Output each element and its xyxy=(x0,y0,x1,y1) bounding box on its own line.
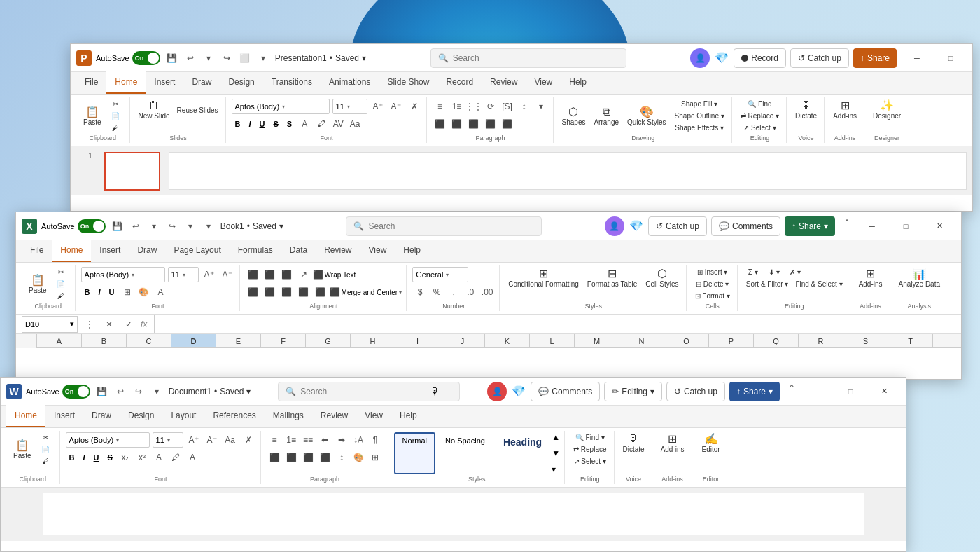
excel-col-g[interactable]: G xyxy=(306,334,351,347)
word-cut-btn[interactable]: ✂ xyxy=(36,432,55,443)
ppt-more-btn[interactable]: ▾ xyxy=(255,50,271,66)
word-line-spacing-btn[interactable]: ↕ xyxy=(334,450,349,465)
word-copy-btn[interactable]: 📄 xyxy=(36,444,55,455)
excel-col-s[interactable]: S xyxy=(844,334,888,347)
word-autosave-toggle[interactable]: On xyxy=(62,385,90,399)
ppt-bold-btn[interactable]: B xyxy=(232,118,244,130)
word-select-btn[interactable]: ↗ Select ▾ xyxy=(570,456,609,467)
excel-col-n[interactable]: N xyxy=(620,334,664,347)
excel-catchup-button[interactable]: ↺ Catch up xyxy=(648,216,707,236)
ppt-tab-home[interactable]: Home xyxy=(106,71,146,94)
excel-increase-decimal-btn[interactable]: .0 xyxy=(463,284,478,300)
excel-autosum-btn[interactable]: Σ ▾ xyxy=(743,267,763,277)
ppt-tab-slideshow[interactable]: Slide Show xyxy=(379,71,438,94)
word-tab-view[interactable]: View xyxy=(356,405,391,427)
word-italic-btn[interactable]: I xyxy=(80,452,89,463)
excel-find-select-btn[interactable]: Find & Select ▾ xyxy=(792,279,845,289)
ppt-undo-arrow[interactable]: ▾ xyxy=(201,50,216,66)
excel-orientation-btn[interactable]: ↗ xyxy=(296,267,312,282)
word-tab-draw[interactable]: Draw xyxy=(83,405,120,427)
ppt-cols-btn[interactable]: ⬛ xyxy=(500,116,515,132)
word-close-btn[interactable]: ✕ xyxy=(868,380,900,403)
excel-delete-btn[interactable]: ⊟ Delete ▾ xyxy=(692,279,733,289)
excel-col-d[interactable]: D xyxy=(172,334,216,347)
word-mic-icon[interactable]: 🎙 xyxy=(430,386,440,397)
excel-col-f[interactable]: F xyxy=(261,334,306,347)
excel-col-a[interactable]: A xyxy=(37,334,82,347)
word-dictate-btn[interactable]: 🎙 Dictate xyxy=(620,432,648,455)
ppt-select-btn[interactable]: ↗ Select ▾ xyxy=(738,123,782,133)
ppt-format-painter-btn[interactable]: 🖌 xyxy=(106,123,125,133)
ppt-shadow-btn[interactable]: S xyxy=(284,118,295,130)
excel-sort-filter-btn[interactable]: Sort & Filter ▾ xyxy=(743,279,792,289)
ppt-tab-record[interactable]: Record xyxy=(438,71,482,94)
word-decrease-font-btn[interactable]: A⁻ xyxy=(204,432,220,448)
word-strikethrough-btn[interactable]: S xyxy=(104,452,116,463)
excel-autosave-toggle[interactable]: On xyxy=(78,219,106,233)
ppt-clear-format-btn[interactable]: ✗ xyxy=(407,99,422,114)
word-change-case-btn[interactable]: Aa xyxy=(223,432,238,448)
ppt-reuse-slides-btn[interactable]: Reuse Slides xyxy=(174,105,221,116)
excel-align-left-btn[interactable]: ⬛ xyxy=(246,284,261,300)
excel-align-right-btn[interactable]: ⬛ xyxy=(279,284,295,300)
word-shading-btn[interactable]: 🎨 xyxy=(351,450,366,465)
excel-format-btn[interactable]: ⊡ Format ▾ xyxy=(692,291,733,301)
word-tab-help[interactable]: Help xyxy=(391,405,426,427)
excel-minimize-btn[interactable]: ─ xyxy=(856,215,888,237)
ppt-align-center-btn[interactable]: ⬛ xyxy=(449,116,465,132)
ppt-increase-font-btn[interactable]: A⁺ xyxy=(370,99,386,114)
ppt-find-btn[interactable]: 🔍 Find xyxy=(738,99,782,109)
ppt-maximize-btn[interactable]: □ xyxy=(934,47,967,69)
word-decrease-indent-btn[interactable]: ⬅ xyxy=(317,432,332,448)
excel-col-t[interactable]: T xyxy=(888,334,933,347)
excel-col-e[interactable]: E xyxy=(216,334,261,347)
ppt-paragraph-down[interactable]: ▾ xyxy=(533,99,549,114)
ppt-quick-styles-btn[interactable]: 🎨 Quick Styles xyxy=(624,105,669,127)
ppt-designer-btn[interactable]: ✨ Designer xyxy=(870,99,904,121)
excel-percent-btn[interactable]: % xyxy=(429,284,444,300)
excel-align-top-btn[interactable]: ⬛ xyxy=(246,267,261,282)
excel-comments-button[interactable]: 💬 Comments xyxy=(711,216,780,236)
excel-col-j[interactable]: J xyxy=(440,334,485,347)
ppt-font-family[interactable]: Aptos (Body) ▾ xyxy=(232,99,330,114)
excel-insert-btn[interactable]: ⊞ Insert ▾ xyxy=(692,267,733,277)
word-tab-mailings[interactable]: Mailings xyxy=(265,405,312,427)
excel-tab-file[interactable]: File xyxy=(22,240,52,262)
excel-align-bottom-btn[interactable]: ⬛ xyxy=(279,267,295,282)
ppt-case-btn[interactable]: Aa xyxy=(347,116,363,132)
excel-maximize-btn[interactable]: □ xyxy=(890,215,922,237)
excel-tab-data[interactable]: Data xyxy=(281,240,316,262)
word-editor-btn[interactable]: ✍ Editor xyxy=(699,432,722,455)
excel-tab-review[interactable]: Review xyxy=(316,240,360,262)
ppt-redo-btn[interactable]: ↪ xyxy=(219,50,234,66)
ppt-record-button[interactable]: Record xyxy=(734,48,786,68)
excel-underline-btn[interactable]: U xyxy=(106,287,118,298)
excel-align-middle-btn[interactable]: ⬛ xyxy=(262,267,278,282)
ppt-dictate-btn[interactable]: 🎙 Dictate xyxy=(792,99,820,121)
word-subscript-btn[interactable]: x₂ xyxy=(118,450,133,465)
ppt-char-spacing-btn[interactable]: AV xyxy=(330,116,346,132)
word-show-marks-btn[interactable]: ¶ xyxy=(368,432,383,448)
excel-save-btn[interactable]: 💾 xyxy=(110,219,125,234)
word-sort-btn[interactable]: ↕A xyxy=(351,432,366,448)
word-clear-format-btn[interactable]: ✗ xyxy=(241,432,256,448)
word-tab-review[interactable]: Review xyxy=(312,405,356,427)
excel-cut-btn[interactable]: ✂ xyxy=(51,267,71,277)
word-tab-insert[interactable]: Insert xyxy=(46,405,83,427)
ppt-replace-btn[interactable]: ⇄ Replace ▾ xyxy=(738,111,782,121)
excel-col-p[interactable]: P xyxy=(709,334,754,347)
word-replace-btn[interactable]: ⇄ Replace xyxy=(570,444,609,455)
excel-decrease-font-btn[interactable]: A⁻ xyxy=(220,267,235,282)
excel-search-box[interactable]: 🔍 xyxy=(346,216,542,236)
excel-align-center-btn[interactable]: ⬛ xyxy=(262,284,278,300)
word-tab-design[interactable]: Design xyxy=(120,405,162,427)
excel-tab-pagelayout[interactable]: Page Layout xyxy=(165,240,229,262)
word-font-color-btn[interactable]: A xyxy=(185,450,200,465)
excel-clear-btn[interactable]: ✗ ▾ xyxy=(785,267,805,277)
excel-undo-btn[interactable]: ↩ xyxy=(128,219,144,234)
excel-format-painter-btn[interactable]: 🖌 xyxy=(51,291,71,301)
ppt-share-button[interactable]: ↑ Share xyxy=(853,48,897,68)
ppt-tab-draw[interactable]: Draw xyxy=(183,71,220,94)
excel-search-input[interactable] xyxy=(368,221,494,231)
excel-analyze-data-btn[interactable]: 📊 Analyze Data xyxy=(896,267,943,289)
